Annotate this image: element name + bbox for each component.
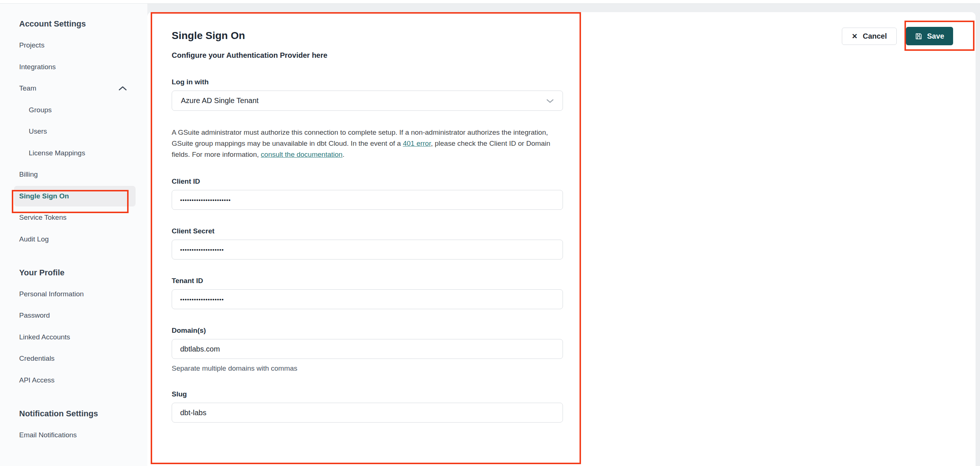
chevron-down-icon xyxy=(546,97,554,105)
page: Account SettingsProjectsIntegrationsTeam… xyxy=(0,0,980,466)
field-group-client-id: Client ID xyxy=(172,177,563,210)
sidebar-item-team[interactable]: Team xyxy=(14,78,135,99)
sidebar-item-single-sign-on[interactable]: Single Sign On xyxy=(14,186,135,206)
sso-settings-panel: Single Sign On Configure your Authentica… xyxy=(147,12,975,466)
sidebar-item-label: Projects xyxy=(19,41,45,49)
chevron-up-icon xyxy=(119,86,127,90)
log-in-with-selected-value: Azure AD Single Tenant xyxy=(181,97,259,105)
sidebar-item-label: Team xyxy=(19,84,36,92)
page-subtitle: Configure your Authentication Provider h… xyxy=(172,51,563,60)
sidebar-item-api-access[interactable]: API Access xyxy=(14,370,135,390)
slug-label: Slug xyxy=(172,390,563,399)
top-nav-edge xyxy=(0,0,980,4)
save-icon xyxy=(915,32,923,40)
sidebar-item-label: Groups xyxy=(29,106,52,114)
sidebar-item-label: Users xyxy=(29,127,47,135)
sidebar-item-email-notifications[interactable]: Email Notifications xyxy=(14,425,135,445)
sidebar-nav: Account SettingsProjectsIntegrationsTeam… xyxy=(0,4,147,466)
sso-form-fields: Client IDClient SecretTenant IDDomain(s)… xyxy=(172,177,563,423)
sidebar-item-label: Single Sign On xyxy=(19,192,69,200)
sidebar-item-label: Billing xyxy=(19,170,38,179)
cancel-button[interactable]: ✕ Cancel xyxy=(842,28,897,45)
sidebar-item-linked-accounts[interactable]: Linked Accounts xyxy=(14,327,135,347)
sidebar-item-label: License Mappings xyxy=(29,149,85,157)
sidebar-item-credentials[interactable]: Credentials xyxy=(14,348,135,369)
slug-input[interactable] xyxy=(172,403,563,423)
domains-label: Domain(s) xyxy=(172,326,563,335)
sidebar-item-label: Credentials xyxy=(19,355,54,363)
form-actions: ✕ Cancel Save xyxy=(842,27,953,45)
sidebar-item-label: Linked Accounts xyxy=(19,333,70,341)
client-secret-label: Client Secret xyxy=(172,227,563,236)
link-401-error[interactable]: 401 error xyxy=(402,139,431,147)
client-id-label: Client ID xyxy=(172,177,563,186)
tenant-id-input[interactable] xyxy=(172,289,563,309)
sidebar-item-license-mappings[interactable]: License Mappings xyxy=(14,143,135,163)
domains-helper-text: Separate multiple domains with commas xyxy=(172,364,563,373)
sidebar-item-label: Email Notifications xyxy=(19,431,76,439)
client-secret-input[interactable] xyxy=(172,239,563,260)
field-group-client-secret: Client Secret xyxy=(172,227,563,260)
sidebar-item-personal-information[interactable]: Personal Information xyxy=(14,284,135,304)
sidebar-item-projects[interactable]: Projects xyxy=(14,35,135,55)
sidebar-heading-your-profile: Your Profile xyxy=(19,267,147,278)
sidebar-item-service-tokens[interactable]: Service Tokens xyxy=(14,207,135,228)
sidebar-item-label: Integrations xyxy=(19,63,56,71)
sidebar-item-label: API Access xyxy=(19,376,54,384)
save-button-label: Save xyxy=(927,32,944,41)
tenant-id-label: Tenant ID xyxy=(172,276,563,285)
save-button[interactable]: Save xyxy=(906,27,953,45)
sidebar-heading-account-settings: Account Settings xyxy=(19,18,147,29)
sidebar-item-password[interactable]: Password xyxy=(14,305,135,326)
sidebar-item-billing[interactable]: Billing xyxy=(14,164,135,185)
sidebar-item-label: Audit Log xyxy=(19,235,49,243)
link-consult-documentation[interactable]: consult the documentation xyxy=(261,151,343,158)
sso-form-column: Single Sign On Configure your Authentica… xyxy=(172,12,563,423)
sidebar-item-label: Service Tokens xyxy=(19,214,67,222)
sidebar-item-groups[interactable]: Groups xyxy=(14,100,135,120)
log-in-with-select[interactable]: Azure AD Single Tenant xyxy=(172,90,563,111)
cancel-button-label: Cancel xyxy=(863,32,887,41)
sso-notice: A GSuite administrator must authorize th… xyxy=(172,127,563,160)
field-group-domains: Domain(s)Separate multiple domains with … xyxy=(172,326,563,373)
sidebar-item-audit-log[interactable]: Audit Log xyxy=(14,229,135,250)
sidebar-item-label: Password xyxy=(19,311,50,320)
domains-input[interactable] xyxy=(172,339,563,359)
field-group-tenant-id: Tenant ID xyxy=(172,276,563,309)
client-id-input[interactable] xyxy=(172,190,563,210)
sidebar-item-users[interactable]: Users xyxy=(14,121,135,142)
sidebar-item-integrations[interactable]: Integrations xyxy=(14,57,135,77)
page-title: Single Sign On xyxy=(172,29,563,42)
sidebar-heading-notification-settings: Notification Settings xyxy=(19,408,147,419)
log-in-with-label: Log in with xyxy=(172,78,563,87)
sidebar-item-label: Personal Information xyxy=(19,290,84,298)
field-group-slug: Slug xyxy=(172,390,563,423)
close-icon: ✕ xyxy=(852,32,858,41)
